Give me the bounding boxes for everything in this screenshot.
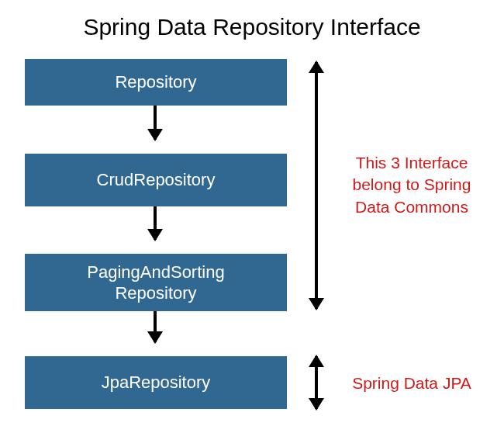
diagram-canvas: Repository CrudRepository PagingAndSorti…: [0, 51, 504, 439]
box-label: JpaRepository: [102, 372, 211, 393]
annotation-jpa: Spring Data JPA: [338, 372, 485, 394]
double-arrow-icon: [315, 356, 318, 409]
box-repository: Repository: [25, 59, 287, 106]
diagram-title: Spring Data Repository Interface: [0, 0, 504, 51]
box-crud-repository: CrudRepository: [25, 154, 287, 206]
annotation-text: This 3 Interface belong to Spring Data C…: [353, 154, 471, 216]
box-label: Repository: [115, 71, 196, 93]
box-label: CrudRepository: [97, 169, 216, 191]
double-arrow-icon: [315, 62, 318, 309]
arrow-down-icon: [154, 311, 157, 342]
box-paging-sorting-repository: PagingAndSorting Repository: [25, 254, 287, 311]
annotation-text: Spring Data JPA: [352, 374, 471, 392]
box-label: PagingAndSorting Repository: [87, 262, 224, 304]
arrow-down-icon: [154, 106, 157, 140]
annotation-commons: This 3 Interface belong to Spring Data C…: [338, 152, 485, 218]
arrow-down-icon: [154, 206, 157, 240]
box-jpa-repository: JpaRepository: [25, 356, 287, 409]
